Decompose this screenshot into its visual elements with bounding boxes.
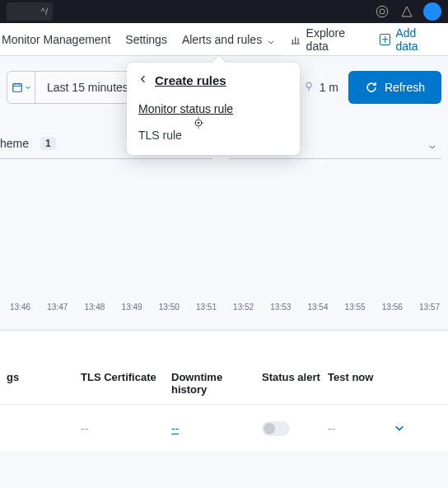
popover-title: Create rules <box>155 73 226 87</box>
xaxis-tick: 13:52 <box>225 303 262 312</box>
date-range-text: Last 15 minutes <box>35 81 140 94</box>
refresh-icon <box>365 81 378 94</box>
xaxis-tick: 13:54 <box>299 303 336 312</box>
plus-icon <box>380 34 390 45</box>
th-gs[interactable]: gs <box>3 371 77 396</box>
nav-label: Alerts and rules <box>182 33 262 46</box>
nav-label: Explore data <box>306 26 368 53</box>
xaxis-tick: 13:56 <box>374 303 411 312</box>
calendar-icon[interactable] <box>7 72 35 103</box>
nav-label: Monitor Management <box>2 33 110 46</box>
nav-label: Settings <box>125 33 167 46</box>
nav-explore-data[interactable]: Explore data <box>290 26 368 53</box>
svg-point-3 <box>306 82 311 87</box>
cursor-icon <box>191 115 206 134</box>
nav-settings[interactable]: Settings <box>125 33 167 46</box>
table-row: -- -- -- <box>0 404 448 451</box>
cell-test-now: -- <box>324 422 390 435</box>
avatar[interactable] <box>423 2 441 21</box>
bar-chart-icon <box>290 34 301 45</box>
popover-header: Create rules <box>127 73 300 96</box>
chevron-down-icon <box>267 35 275 44</box>
nav-label: Add data <box>395 26 440 53</box>
xaxis-tick: 13:57 <box>411 303 448 312</box>
terminal-indicator[interactable]: ^/ <box>7 2 53 21</box>
app-topbar: ^/ <box>0 0 448 23</box>
svg-point-0 <box>376 6 388 17</box>
xaxis-tick: 13:46 <box>2 303 39 312</box>
pin-icon <box>303 81 315 95</box>
th-test-now[interactable]: Test now <box>324 371 390 396</box>
create-rules-popover: Create rules Monitor status rule TLS rul… <box>127 63 300 155</box>
xaxis-tick: 13:47 <box>39 303 76 312</box>
status-alert-toggle[interactable] <box>262 421 290 436</box>
svg-rect-2 <box>12 84 21 92</box>
nav-right: Explore data Add data <box>290 26 446 53</box>
xaxis-tick: 13:50 <box>151 303 188 312</box>
pings-chart: 13:4613:4713:4813:4913:5013:5113:5213:53… <box>0 159 448 317</box>
section-divider <box>0 330 448 346</box>
nav-add-data[interactable]: Add data <box>380 26 440 53</box>
cell-status-alert <box>259 421 324 436</box>
nav-monitor-management[interactable]: Monitor Management <box>2 33 110 46</box>
chart-xaxis: 13:4613:4713:4813:4913:5013:5113:5213:53… <box>2 303 448 312</box>
expand-row-button[interactable] <box>390 422 423 436</box>
th-status-alert[interactable]: Status alert <box>259 371 324 396</box>
xaxis-tick: 13:53 <box>262 303 299 312</box>
chevron-down-icon <box>428 139 436 148</box>
th-downtime[interactable]: Downtime history <box>168 371 259 396</box>
filter-label: heme <box>0 137 29 150</box>
cell-tls-cert: -- <box>77 422 168 435</box>
newsfeed-icon[interactable] <box>399 3 415 20</box>
table-header-row: gs TLS Certificate Downtime history Stat… <box>0 346 448 404</box>
chart-bars <box>2 182 448 298</box>
refresh-button[interactable]: Refresh <box>348 71 441 104</box>
refresh-label: Refresh <box>385 81 425 94</box>
interval-value: 1 m <box>320 81 338 94</box>
cell-downtime[interactable]: -- <box>168 422 259 435</box>
back-chevron-icon[interactable] <box>138 73 148 87</box>
topbar-left: ^/ <box>7 2 53 21</box>
xaxis-tick: 13:55 <box>337 303 374 312</box>
filter-count-badge: 1 <box>40 137 56 150</box>
popover-item-tls[interactable]: TLS rule <box>127 122 300 148</box>
topbar-right <box>374 2 441 21</box>
nav-alerts-rules[interactable]: Alerts and rules <box>182 33 275 46</box>
th-expand <box>390 371 423 396</box>
svg-point-4 <box>198 122 199 124</box>
svg-point-1 <box>380 9 385 14</box>
xaxis-tick: 13:49 <box>114 303 151 312</box>
th-tls-cert[interactable]: TLS Certificate <box>77 371 168 396</box>
popover-item-monitor-status[interactable]: Monitor status rule <box>127 96 300 122</box>
xaxis-tick: 13:51 <box>188 303 225 312</box>
main-nav: Monitor Management Settings Alerts and r… <box>0 23 448 56</box>
date-range-picker[interactable]: Last 15 minutes <box>7 71 141 104</box>
terminal-symbol: ^/ <box>41 7 48 16</box>
chevron-down-icon <box>25 84 31 91</box>
help-icon[interactable] <box>374 3 390 20</box>
xaxis-tick: 13:48 <box>76 303 113 312</box>
refresh-interval[interactable]: 1 m <box>300 81 342 95</box>
